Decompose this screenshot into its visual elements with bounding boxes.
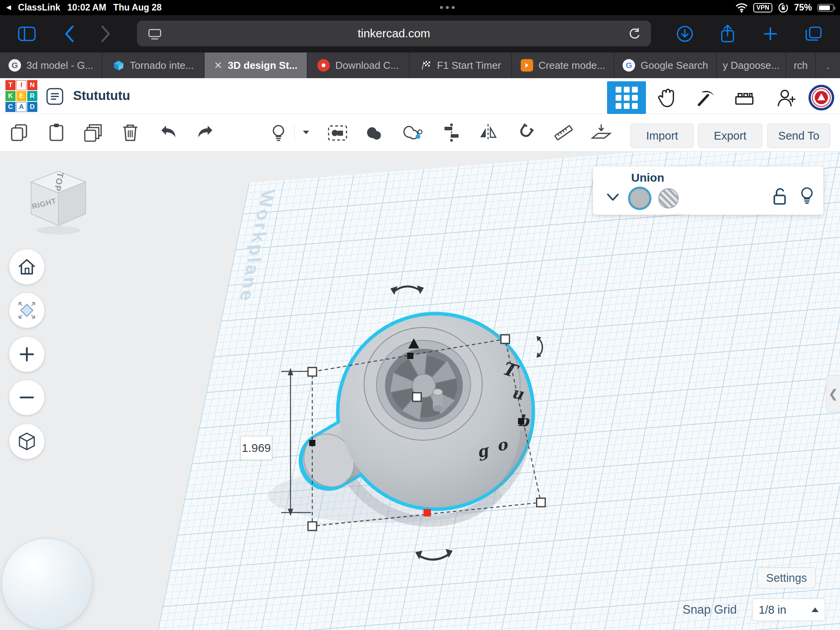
wifi-icon (735, 3, 748, 13)
handle-mid-left[interactable] (309, 440, 315, 446)
address-bar[interactable]: tinkercad.com (137, 21, 651, 46)
dropdown-caret-icon (812, 607, 819, 612)
adjust-button[interactable] (266, 120, 291, 145)
solid-color-swatch[interactable] (630, 188, 650, 208)
sim-lab-button[interactable] (653, 84, 681, 112)
share-button[interactable] (713, 19, 742, 49)
duplicate-button[interactable] (81, 120, 106, 145)
tab-f1-timer[interactable]: F1 Start Timer (410, 52, 512, 78)
settings-button[interactable]: Settings (757, 567, 816, 588)
rotate-arrow-top[interactable] (394, 286, 421, 292)
chevron-down-icon (303, 130, 310, 135)
home-view-button[interactable] (9, 249, 45, 285)
handle-bottom-left[interactable] (308, 522, 317, 530)
design-canvas[interactable]: Workplane (0, 152, 840, 630)
tab-tornado[interactable]: Tornado inte... (102, 52, 205, 78)
url-text: tinkercad.com (358, 27, 430, 40)
pickaxe-icon (694, 86, 717, 109)
view-cube[interactable]: TOP RIGHT (27, 167, 89, 239)
tab-create-mode[interactable]: Create mode... (512, 52, 614, 78)
handle-top-center[interactable] (413, 393, 421, 401)
mirror-button[interactable] (476, 120, 500, 145)
orbit-joystick[interactable] (2, 538, 93, 629)
copy-button[interactable] (7, 120, 32, 145)
ruler-button[interactable] (551, 120, 576, 145)
tab-label: Google Search (640, 60, 708, 72)
forward-button[interactable] (91, 19, 121, 49)
side-panel-handle[interactable]: ❮ (826, 375, 840, 412)
scene-3d[interactable]: T u b o g (0, 152, 840, 630)
perspective-toggle-button[interactable] (9, 424, 45, 459)
redo-button[interactable] (193, 120, 218, 145)
group-button[interactable] (362, 120, 387, 145)
tab-download[interactable]: Download C... (307, 52, 410, 78)
collapse-chevron-icon[interactable] (606, 193, 620, 201)
person-add-icon (774, 86, 797, 109)
close-tab-icon[interactable]: ✕ (214, 60, 222, 72)
handle-mid-right[interactable] (518, 418, 524, 424)
design-title[interactable]: Stutututu (73, 88, 130, 103)
dashboard-grid-button[interactable] (607, 81, 646, 114)
fit-view-button[interactable] (9, 292, 45, 328)
rotate-arrow-bottom[interactable] (418, 554, 450, 560)
reload-icon[interactable] (628, 27, 641, 40)
edit-toolbar: Import Export Send To (0, 114, 840, 152)
send-to-button[interactable]: Send To (767, 124, 830, 148)
snap-grid-dropdown[interactable]: 1/8 in (752, 598, 825, 621)
handle-bottom-right[interactable] (537, 498, 545, 507)
zoom-out-button[interactable] (9, 380, 45, 415)
marquee-group-button[interactable] (325, 120, 350, 145)
tab-overview-button[interactable] (799, 19, 828, 49)
share-user-button[interactable] (772, 84, 800, 112)
magnet-icon (514, 122, 536, 144)
previous-app-label[interactable]: ClassLink (18, 2, 60, 13)
snap-magnet-button[interactable] (513, 120, 537, 145)
workplane-drop-icon (590, 122, 612, 144)
account-avatar[interactable] (807, 84, 835, 112)
undo-button[interactable] (156, 120, 181, 145)
workplane-button[interactable] (589, 120, 614, 145)
tab-partial-1[interactable]: rch (786, 52, 816, 78)
tab-label: rch (794, 60, 808, 72)
copy-icon (9, 122, 30, 144)
align-button[interactable] (439, 120, 464, 145)
export-button[interactable]: Export (698, 124, 762, 148)
back-button[interactable] (54, 19, 84, 49)
tab-google-search[interactable]: G Google Search (614, 52, 717, 78)
design-menu-button[interactable] (46, 88, 64, 107)
minecraft-export-button[interactable] (691, 84, 719, 112)
hole-material-swatch[interactable] (658, 188, 679, 208)
tab-partial-2[interactable]: . (816, 52, 840, 78)
paste-button[interactable] (44, 120, 69, 145)
sidebar-toggle-button[interactable] (12, 19, 42, 49)
handle-active-red[interactable] (424, 509, 431, 516)
tab-3d-model[interactable]: G 3d model - G... (0, 52, 102, 78)
delete-button[interactable] (118, 120, 143, 145)
brick-export-button[interactable] (730, 84, 758, 112)
tab-3d-design-active[interactable]: ✕ 3D design St... (205, 52, 307, 78)
inspector-panel: Union (593, 166, 823, 215)
rotate-arrow-right[interactable] (538, 338, 542, 355)
google-favicon: G (9, 59, 21, 72)
handle-top-right[interactable] (501, 335, 509, 343)
dimension-value-field[interactable]: 1.969 (240, 436, 272, 460)
adjust-dropdown-button[interactable] (298, 120, 315, 145)
battery-icon (817, 4, 834, 12)
handle-top-left[interactable] (308, 368, 317, 376)
tinkercad-logo[interactable]: T I N K E R C A D (5, 80, 37, 112)
page-format-icon[interactable] (148, 28, 162, 40)
send-to-label: Send To (778, 130, 819, 142)
lock-open-icon[interactable] (771, 187, 789, 207)
export-label: Export (714, 130, 747, 142)
trash-icon (119, 122, 141, 144)
downloads-button[interactable] (670, 19, 700, 49)
new-tab-button[interactable] (756, 19, 785, 49)
import-button[interactable]: Import (630, 124, 694, 148)
handle-mid-top[interactable] (407, 353, 413, 359)
back-to-app-icon[interactable]: ◀ (6, 4, 11, 11)
ungroup-button[interactable] (400, 120, 425, 145)
zoom-in-button[interactable] (9, 336, 45, 372)
visibility-bulb-icon[interactable] (798, 186, 816, 208)
plus-icon (763, 26, 778, 42)
tab-dagoose[interactable]: y Dagoose... (717, 52, 786, 78)
